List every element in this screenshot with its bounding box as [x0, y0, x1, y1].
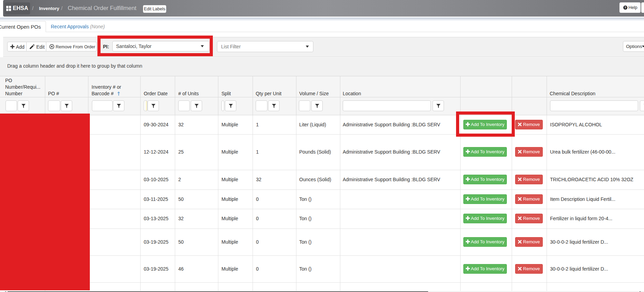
svg-text:?: ? — [624, 6, 626, 9]
